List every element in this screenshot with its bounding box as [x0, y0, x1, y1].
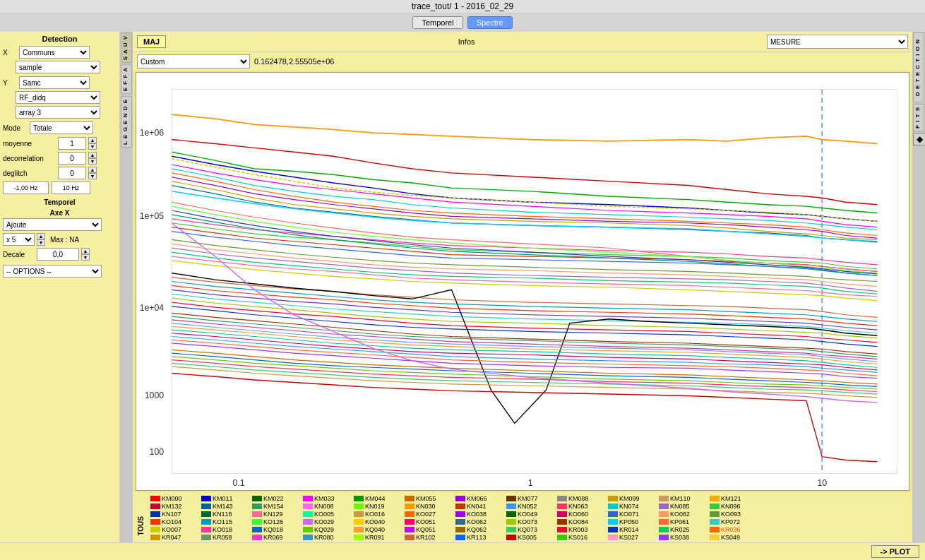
list-item: KO082	[659, 511, 708, 518]
list-item: KO016	[354, 511, 403, 518]
list-item: KQ051	[405, 526, 454, 533]
list-item: KO073	[506, 518, 556, 525]
list-item: KM066	[455, 495, 505, 502]
plot-button[interactable]: -> PLOT	[871, 545, 919, 558]
max-label: Max : NA	[50, 236, 79, 244]
list-item: KM132	[150, 503, 200, 510]
svg-text:10: 10	[817, 478, 827, 488]
window-title: trace_tout/ 1 - 2016_02_29	[412, 1, 513, 11]
fits-tab[interactable]: F I T S	[913, 104, 924, 131]
list-item: KP072	[710, 518, 759, 525]
list-item: KN019	[354, 503, 403, 510]
ajoute-select[interactable]: Ajoute	[3, 218, 102, 231]
list-item: KO049	[506, 511, 556, 518]
list-item: KR091	[354, 534, 403, 541]
list-item: KM110	[659, 495, 708, 502]
decorrelation-input[interactable]: 0	[58, 152, 86, 165]
custom-select[interactable]: Custom	[137, 54, 250, 68]
svg-text:100: 100	[150, 447, 164, 457]
list-item: KP050	[608, 518, 657, 525]
temporel-sublabel: Temporel	[3, 198, 117, 206]
moyenne-input[interactable]: 1	[58, 137, 86, 150]
mesure-select[interactable]: MESURE	[767, 35, 908, 49]
list-item: KM033	[303, 495, 352, 502]
list-item: KM154	[252, 503, 302, 510]
moyenne-down[interactable]: ▼	[88, 143, 97, 150]
temporel-button[interactable]: Temporel	[412, 16, 462, 29]
y-array-select[interactable]: array 3	[16, 106, 100, 119]
list-item: KS038	[659, 534, 708, 541]
multiply-select[interactable]: x 5	[3, 233, 35, 246]
list-item: KM143	[201, 503, 251, 510]
detection-tab[interactable]: D E T E C T I O N	[913, 32, 924, 102]
list-item: KQ018	[252, 526, 302, 533]
top-buttons-bar: Temporel Spectre	[0, 13, 925, 32]
list-item: KN030	[405, 503, 454, 510]
sauvegarde-tab[interactable]: S A U V	[121, 32, 132, 63]
decale-input[interactable]: 0,0	[37, 248, 79, 261]
list-item: KR113	[455, 534, 505, 541]
hz-min-input[interactable]: -1,00 Hz	[3, 181, 49, 194]
list-item: KN041	[455, 503, 505, 510]
list-item: KM099	[608, 495, 657, 502]
list-item: KO104	[150, 518, 200, 525]
decorrelation-up[interactable]: ▲	[88, 152, 97, 158]
list-item: KQ040	[354, 526, 403, 533]
legende-tab[interactable]: L E G E N D E	[121, 96, 132, 148]
options-select[interactable]: -- OPTIONS --	[3, 265, 102, 278]
multiply-up[interactable]: ▲	[37, 233, 45, 239]
decale-up[interactable]: ▲	[81, 248, 90, 254]
diamond-button[interactable]: ◆	[913, 133, 925, 145]
y-rfDidq-select[interactable]: RF_didq	[16, 91, 100, 104]
list-item: KN074	[608, 503, 657, 510]
hz-max-input[interactable]: 10 Hz	[52, 181, 90, 194]
moyenne-up[interactable]: ▲	[88, 137, 97, 143]
mode-select[interactable]: Totale	[30, 121, 93, 134]
list-item: KN085	[659, 503, 708, 510]
svg-text:1: 1	[528, 478, 533, 488]
list-item: KO038	[455, 511, 505, 518]
axe-x-label: Axe X	[3, 209, 117, 217]
list-item: KR014	[608, 526, 657, 533]
x-sample-select[interactable]: sample	[16, 61, 100, 73]
title-bar: trace_tout/ 1 - 2016_02_29	[0, 0, 925, 13]
list-item: KO084	[557, 518, 607, 525]
mode-label: Mode	[3, 124, 28, 132]
list-item: KO115	[201, 518, 251, 525]
list-item: KM022	[252, 495, 302, 502]
list-item: KO029	[303, 518, 352, 525]
efface-tab[interactable]: E F F A	[121, 64, 132, 94]
moyenne-label: moyenne	[3, 140, 56, 148]
left-side-tabs: S A U V E F F A L E G E N D E	[120, 32, 133, 559]
list-item: KR025	[659, 526, 708, 533]
list-item: KR036	[710, 526, 759, 533]
bottom-bar: -> PLOT	[0, 542, 925, 560]
custom-row: Custom 0.162478,2.55505e+06	[133, 52, 912, 71]
decale-down[interactable]: ▼	[81, 254, 90, 261]
list-item: KS016	[557, 534, 607, 541]
maj-button[interactable]: MAJ	[137, 35, 166, 48]
x-communs-select[interactable]: Communs	[19, 46, 90, 59]
top-toolbar: MAJ Infos MESURE	[133, 32, 912, 52]
list-item: KM044	[354, 495, 403, 502]
list-item: KR080	[303, 534, 352, 541]
y-samc-select[interactable]: Samc	[19, 76, 90, 89]
deglitch-up[interactable]: ▲	[88, 167, 97, 173]
coordinates-text: 0.162478,2.55505e+06	[254, 57, 334, 66]
spectre-button[interactable]: Spectre	[467, 16, 513, 29]
list-item: KN118	[201, 511, 251, 518]
list-item: KM000	[150, 495, 200, 502]
list-item: KR058	[201, 534, 251, 541]
right-side-tabs: D E T E C T I O N F I T S ◆	[912, 32, 925, 559]
y-label: Y	[3, 79, 17, 87]
deglitch-down[interactable]: ▼	[88, 173, 97, 179]
detection-section-title: Detection	[3, 35, 117, 43]
tous-label: TOUS	[137, 516, 145, 536]
multiply-down[interactable]: ▼	[37, 239, 45, 246]
list-item: KO027	[405, 511, 454, 518]
list-item: KR069	[252, 534, 302, 541]
decorrelation-down[interactable]: ▼	[88, 158, 97, 165]
deglitch-input[interactable]: 0	[58, 167, 86, 179]
list-item: KO093	[710, 511, 759, 518]
infos-label: Infos	[170, 37, 763, 46]
